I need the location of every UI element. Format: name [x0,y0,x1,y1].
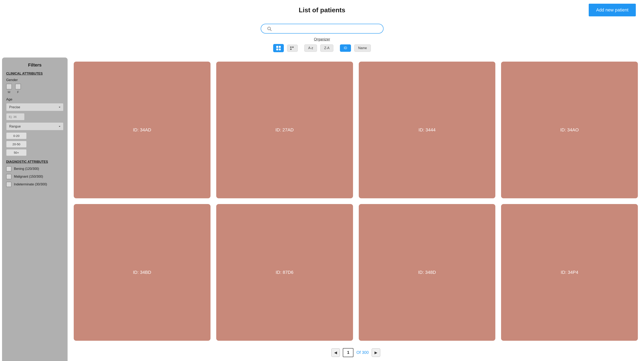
main-layout: Filters CLINICAL ATTRIBUTES Gender M F A… [0,55,644,361]
diag-indeterminate-label: Indeterminate (30/300) [14,183,47,186]
patient-card[interactable]: ID: 27AD [216,62,353,198]
diag-malignant-checkbox[interactable] [6,174,12,179]
organizer-label: Organizer [314,37,330,41]
patient-card[interactable]: ID: 34AD [74,62,210,198]
sort-za-button[interactable]: Z-A [320,44,333,52]
patient-card[interactable]: ID: 34BD [74,204,210,341]
pagination: ◀ 1 Of 300 ▶ [74,345,638,361]
diag-indeterminate-checkbox[interactable] [6,182,12,187]
grid-icon [276,46,281,50]
diag-malignant-item: Malignant (150/300) [6,174,64,179]
header: List of patients Add new patient [0,0,644,20]
order-id-button[interactable]: ID [340,44,351,52]
current-page-number: 1 [343,348,354,357]
patient-card-id: ID: 34AD [133,127,151,133]
patient-card[interactable]: ID: 348D [359,204,496,341]
gender-checkboxes: M F [6,84,64,94]
svg-line-1 [270,30,271,31]
patient-card-id: ID: 34BD [133,270,151,275]
diag-bening-checkbox[interactable] [6,166,12,171]
diagnostic-section: DIAGNOSTIC ATTRIBUTES Bening (120/300) M… [6,160,64,187]
diagnostic-attributes-heading: DIAGNOSTIC ATTRIBUTES [6,160,64,164]
organizer-section: Organizer A-z Z-A ID Name [0,36,644,55]
gender-female-item: F [15,84,21,94]
view-grid-button[interactable] [273,44,284,52]
diag-bening-label: Bening (120/300) [14,167,39,171]
range-0-20-button[interactable]: 0-20 [6,132,26,139]
diag-bening-item: Bening (120/300) [6,166,64,171]
range-20-50-button[interactable]: 20-50 [6,141,26,148]
patient-card[interactable]: ID: 34P4 [501,204,638,341]
age-precise-dropdown[interactable]: Precise Range [6,103,64,111]
next-page-button[interactable]: ▶ [372,348,380,357]
of-total-label: Of 300 [356,350,368,355]
patient-card-id: ID: 3444 [418,127,436,133]
gender-female-checkbox[interactable] [15,84,21,89]
age-section: Age Precise Range Rangue 0-20 20-50 50+ [6,97,64,156]
add-patient-button[interactable]: Add new patient [589,4,636,16]
patient-area: ID: 34ADID: 27ADID: 3444ID: 34AOID: 34BD… [68,55,644,361]
gender-male-label: M [8,90,10,94]
organizer-controls: A-z Z-A ID Name [273,44,371,52]
sort-az-button[interactable]: A-z [304,44,317,52]
patient-card-id: ID: 87D6 [276,270,294,275]
gender-male-checkbox[interactable] [6,84,12,89]
search-input[interactable] [274,26,378,31]
gender-female-label: F [17,90,19,94]
prev-page-button[interactable]: ◀ [331,348,340,357]
age-range-dropdown[interactable]: Rangue [6,122,64,130]
search-icon [267,26,272,31]
gender-male-item: M [6,84,12,94]
order-name-button[interactable]: Name [354,44,371,52]
view-dots-button[interactable] [287,45,298,52]
dots-icon [290,46,295,50]
page-title: List of patients [165,6,479,14]
patient-card-id: ID: 34P4 [561,270,578,275]
patient-card-id: ID: 34AO [560,127,579,133]
patient-card-id: ID: 27AD [276,127,294,133]
sidebar-title: Filters [6,62,64,68]
search-bar [261,24,384,33]
patient-card[interactable]: ID: 3444 [359,62,496,198]
age-label: Age [6,97,64,101]
diag-malignant-label: Malignant (150/300) [14,175,43,178]
patient-grid: ID: 34ADID: 27ADID: 3444ID: 34AOID: 34BD… [74,57,638,345]
range-50plus-button[interactable]: 50+ [6,149,26,156]
age-precise-input[interactable] [6,113,24,120]
search-container [0,20,644,36]
patient-card-id: ID: 348D [418,270,436,275]
sidebar: Filters CLINICAL ATTRIBUTES Gender M F A… [2,57,68,361]
patient-card[interactable]: ID: 34AO [501,62,638,198]
gender-label: Gender [6,78,64,82]
clinical-attributes-heading: CLINICAL ATTRIBUTES [6,72,64,75]
diag-indeterminate-item: Indeterminate (30/300) [6,182,64,187]
patient-card[interactable]: ID: 87D6 [216,204,353,341]
